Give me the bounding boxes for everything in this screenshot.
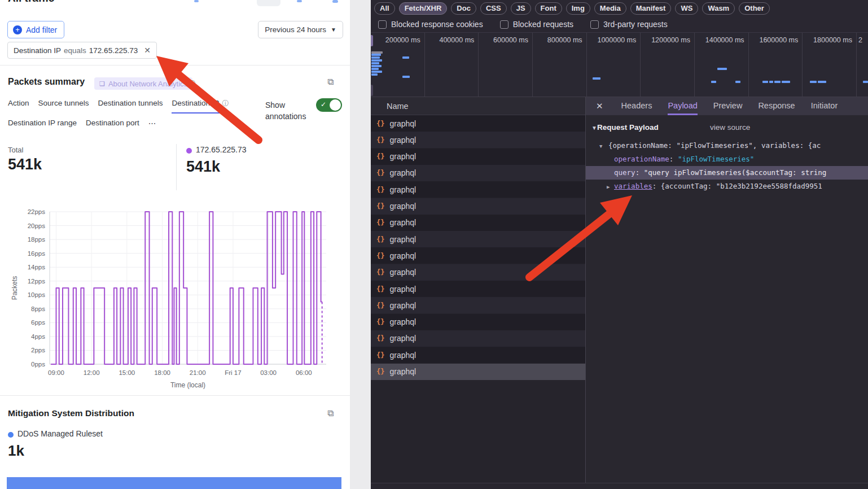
payload-line[interactable]: ▶variables: {accountTag: "b12e3b2192ee55…: [586, 180, 868, 193]
timeline-ruler-label: 1200000 ms: [651, 36, 690, 44]
filter-pill-other[interactable]: Other: [739, 2, 770, 15]
filter-pill-manifest[interactable]: Manifest: [630, 2, 672, 15]
time-range-dropdown[interactable]: Previous 24 hours ▼: [258, 21, 343, 38]
request-name: graphql: [389, 367, 416, 376]
remove-filter-icon[interactable]: ✕: [144, 46, 151, 55]
request-activity-mark: [371, 59, 382, 62]
request-row-graphql[interactable]: {}graphql: [371, 330, 586, 347]
tab-source-tunnels[interactable]: Source tunnels: [38, 99, 89, 113]
filter-pill-js[interactable]: JS: [511, 2, 531, 15]
filter-pill-ws[interactable]: WS: [675, 2, 698, 15]
timeline-ruler-label: 200000 ms: [385, 36, 420, 44]
book-icon: ❏: [99, 80, 105, 88]
annotations-toggle[interactable]: ✓: [316, 98, 342, 112]
payload-token: "ipFlowTimeseries": [678, 155, 754, 163]
request-row-graphql[interactable]: {}graphql: [371, 149, 586, 165]
tab-destination-ip[interactable]: Destination IPⓘ: [172, 99, 229, 113]
detail-tab-payload[interactable]: Payload: [668, 97, 697, 115]
filter-pill-wasm[interactable]: Wasm: [702, 2, 735, 15]
filter-pill-img[interactable]: Img: [566, 2, 590, 15]
request-type-filter-bar: AllFetch/XHRDocCSSJSFontImgMediaManifest…: [371, 0, 868, 16]
request-row-graphql[interactable]: {}graphql: [371, 215, 586, 231]
timeline-drag-handle[interactable]: [371, 35, 373, 46]
copy-panel-icon[interactable]: ⧉: [327, 77, 334, 87]
request-name: graphql: [389, 301, 416, 310]
detail-tab-response[interactable]: Response: [758, 97, 795, 115]
add-filter-button[interactable]: + Add filter: [7, 21, 64, 38]
checkbox-blocked-requests[interactable]: Blocked requests: [500, 20, 573, 29]
detail-tab-preview[interactable]: Preview: [713, 97, 743, 115]
filter-chip[interactable]: Destination IP equals 172.65.225.73 ✕: [7, 42, 157, 59]
clipped-toolbar-fragment: [297, 0, 302, 2]
packets-timeseries-chart: 0pps2pps4pps6pps8pps10pps12pps14pps16pps…: [0, 199, 350, 391]
json-file-icon: {}: [376, 219, 384, 226]
tab-destination-tunnels[interactable]: Destination tunnels: [98, 99, 163, 113]
filter-pill-font[interactable]: Font: [535, 2, 562, 15]
request-name: graphql: [389, 119, 416, 128]
payload-token: :: [635, 168, 644, 177]
filter-pill-doc[interactable]: Doc: [451, 2, 476, 15]
payload-line[interactable]: operationName: "ipFlowTimeseries": [586, 152, 868, 166]
request-row-graphql[interactable]: {}graphql: [371, 198, 586, 215]
detail-tab-headers[interactable]: Headers: [621, 97, 652, 115]
request-name: graphql: [389, 317, 416, 326]
request-activity-mark: [774, 81, 781, 83]
series-legend-label: 172.65.225.73: [196, 145, 247, 154]
request-name: graphql: [389, 268, 416, 277]
checkbox-icon: [590, 20, 599, 29]
tab-destination-port[interactable]: Destination port: [86, 119, 139, 132]
timeline-drag-handle[interactable]: [371, 85, 373, 96]
timeline-column: 1400000 ms: [695, 33, 749, 97]
filter-pill-all[interactable]: All: [374, 2, 395, 15]
tab--[interactable]: ⋯: [148, 119, 156, 132]
json-file-icon: {}: [376, 202, 384, 210]
svg-text:12:00: 12:00: [84, 369, 100, 376]
request-row-graphql[interactable]: {}graphql: [371, 165, 586, 181]
summary-tabs-row2: Destination IP rangeDestination port⋯: [8, 119, 156, 132]
request-row-graphql[interactable]: {}graphql: [371, 264, 586, 281]
json-file-icon: {}: [376, 252, 384, 260]
request-row-graphql[interactable]: {}graphql: [371, 281, 586, 297]
request-payload-section[interactable]: ▼Request Payload: [591, 123, 659, 132]
close-icon[interactable]: ✕: [596, 101, 603, 111]
request-row-graphql[interactable]: {}graphql: [371, 314, 586, 330]
request-row-graphql[interactable]: {}graphql: [371, 364, 586, 380]
timeline-column: 1200000 ms: [641, 33, 695, 97]
svg-text:06:00: 06:00: [296, 369, 312, 376]
about-network-analytics-badge[interactable]: ❏ About Network Analytics: [94, 77, 192, 90]
filter-pill-media[interactable]: Media: [594, 2, 626, 15]
request-row-graphql[interactable]: {}graphql: [371, 181, 586, 198]
svg-text:Fri 17: Fri 17: [225, 369, 241, 376]
collapsed-caret-icon[interactable]: ▶: [607, 180, 610, 194]
payload-line[interactable]: query: "query ipFlowTimeseries($accountT…: [586, 166, 868, 180]
request-activity-mark: [810, 81, 817, 83]
clock-icon: ◷: [188, 78, 195, 87]
payload-line[interactable]: ▼{operationName: "ipFlowTimeseries", var…: [586, 139, 868, 152]
request-row-graphql[interactable]: {}graphql: [371, 115, 586, 132]
filter-pill-css[interactable]: CSS: [480, 2, 507, 15]
checkbox-3rd-party-requests[interactable]: 3rd-party requests: [590, 20, 668, 29]
request-row-graphql[interactable]: {}graphql: [371, 347, 586, 363]
json-file-icon: {}: [376, 268, 384, 276]
detail-tab-initiator[interactable]: Initiator: [811, 97, 838, 115]
divider: [0, 65, 350, 66]
view-source-link[interactable]: view source: [710, 123, 750, 132]
request-row-graphql[interactable]: {}graphql: [371, 297, 586, 313]
checkbox-blocked-response-cookies[interactable]: Blocked response cookies: [378, 20, 483, 29]
y-axis-label: Packets: [11, 276, 19, 300]
name-column-header[interactable]: Name: [371, 97, 586, 115]
network-overview-timeline[interactable]: 200000 ms400000 ms600000 ms800000 ms1000…: [371, 33, 868, 97]
copy-panel-icon[interactable]: ⧉: [327, 408, 334, 418]
tab-action[interactable]: Action: [8, 99, 29, 113]
request-row-graphql[interactable]: {}graphql: [371, 132, 586, 148]
filter-pill-fetch-xhr[interactable]: Fetch/XHR: [399, 2, 448, 15]
request-row-graphql[interactable]: {}graphql: [371, 247, 586, 264]
payload-token: : {accountTag:: [652, 182, 716, 190]
request-row-graphql[interactable]: {}graphql: [371, 231, 586, 247]
expanded-caret-icon[interactable]: ▼: [599, 139, 602, 153]
svg-text:22pps: 22pps: [28, 208, 46, 215]
payload-token: {operationName: "ipFlowTimeseries", vari…: [608, 141, 821, 150]
svg-text:Time (local): Time (local): [170, 381, 205, 389]
info-icon: ⓘ: [222, 99, 229, 107]
tab-destination-ip-range[interactable]: Destination IP range: [8, 119, 77, 132]
